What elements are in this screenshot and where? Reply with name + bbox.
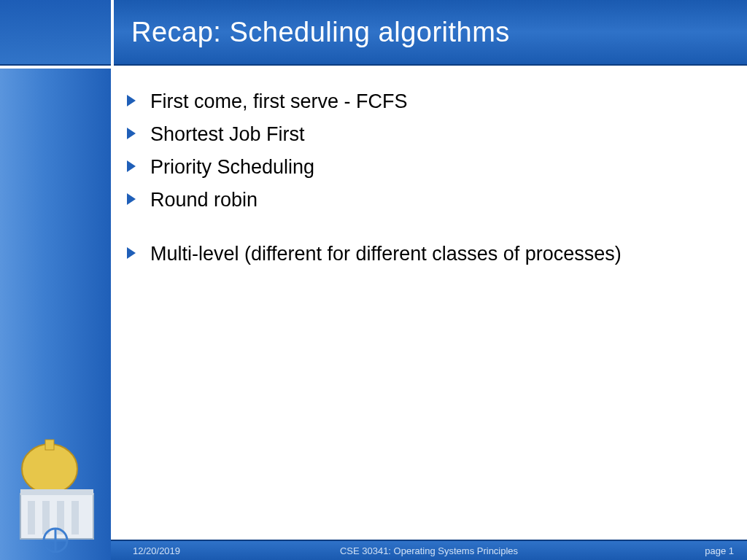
bullet-triangle-icon bbox=[127, 193, 136, 205]
vertical-separator bbox=[111, 0, 114, 560]
content-area: First come, first serve - FCFS Shortest … bbox=[124, 88, 725, 273]
sidebar-gradient bbox=[0, 0, 111, 560]
list-item: Shortest Job First bbox=[124, 120, 725, 149]
bullet-text: Round robin bbox=[150, 189, 258, 211]
bullet-text: Shortest Job First bbox=[150, 123, 305, 145]
title-bar: Recap: Scheduling algorithms bbox=[111, 0, 747, 66]
footer-course: CSE 30341: Operating Systems Principles bbox=[111, 545, 747, 556]
bullet-triangle-icon bbox=[127, 247, 136, 259]
bullet-text: Multi-level (different for different cla… bbox=[150, 243, 622, 265]
list-item: Priority Scheduling bbox=[124, 153, 725, 182]
bullet-list: First come, first serve - FCFS Shortest … bbox=[124, 88, 725, 268]
bullet-text: Priority Scheduling bbox=[150, 156, 314, 178]
list-item: First come, first serve - FCFS bbox=[124, 88, 725, 116]
bullet-triangle-icon bbox=[127, 160, 136, 172]
footer-page: page 1 bbox=[705, 545, 734, 556]
bullet-text: First come, first serve - FCFS bbox=[150, 90, 408, 112]
slide-title: Recap: Scheduling algorithms bbox=[131, 17, 510, 48]
slide: Recap: Scheduling algorithms First come,… bbox=[0, 0, 747, 560]
sidebar-top-tile bbox=[0, 0, 111, 66]
bullet-triangle-icon bbox=[127, 95, 136, 106]
bullet-triangle-icon bbox=[127, 128, 136, 139]
list-item: Multi-level (different for different cla… bbox=[124, 240, 725, 268]
footer-bar: 12/20/2019 CSE 30341: Operating Systems … bbox=[111, 540, 747, 560]
list-item: Round robin bbox=[124, 186, 725, 214]
footer-date: 12/20/2019 bbox=[133, 545, 180, 556]
